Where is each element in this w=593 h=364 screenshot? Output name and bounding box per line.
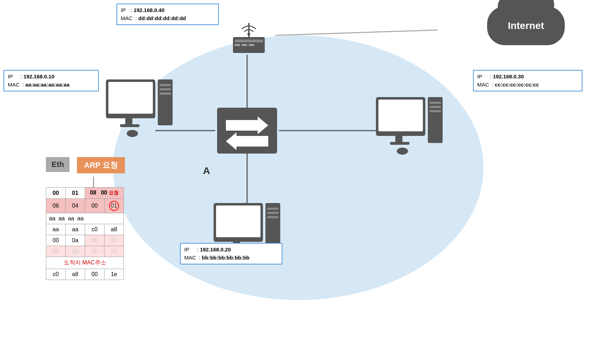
svg-rect-17 [108,82,153,114]
cb-ip-label: IP [184,246,189,252]
arp-row5-label: 도착지 MAC주소 [46,257,124,269]
router-ip-label: IP [121,7,126,13]
h01: 01 [66,187,85,199]
r3c1: aa [46,224,66,235]
r4c1: 00 [46,235,66,246]
cc-mac-label: MAC [477,82,489,88]
r4c3: 00 [85,235,104,246]
ca-ip-value: 192.168.0.10 [23,73,54,79]
svg-rect-9 [242,44,247,46]
arp-packet-table: 00 01 08 00 요청 06 04 00 01 aa aa aa aa a… [46,187,124,280]
r1c3: 00 [85,199,104,213]
cb-mac-value: bb:bb:bb:bb:bb:bb [202,255,250,261]
svg-rect-38 [265,203,280,249]
arp-row2: aa aa aa aa [46,213,124,224]
r1c2: 04 [66,199,85,213]
center-switch [215,106,279,157]
arp-table-header: 00 01 08 00 요청 [46,187,124,199]
svg-rect-39 [267,208,278,210]
router [226,21,272,58]
internet-cloud: Internet [487,6,565,45]
r6c3: 00 [85,269,104,280]
cb-mac-label: MAC [184,255,196,261]
network-oval [113,35,484,300]
r4c4: 00 [104,235,124,246]
r3c3: c0 [85,224,104,235]
svg-rect-35 [216,205,260,237]
svg-rect-22 [160,88,171,90]
cc-ip-value: 192.168.0.30 [493,73,524,79]
cloud-shape: Internet [487,6,565,45]
router-ip-value: 192.168.0.40 [133,7,164,13]
svg-rect-10 [249,44,254,46]
h00b: 00 [101,190,107,196]
computer-a-label: A [203,165,210,177]
ca-mac-label: MAC [8,82,19,88]
svg-rect-8 [235,44,240,46]
r5c2: 00 [66,246,85,257]
yocheong: 요청 [109,190,119,196]
svg-rect-7 [235,40,263,42]
circled-01: 01 [109,201,119,211]
ca-ip-label: IP [8,73,13,79]
r1c1: 06 [46,199,66,213]
svg-rect-40 [267,212,278,214]
router-mac-value: dd:dd:dd:dd:dd:dd [138,15,186,21]
arp-request-label: ARP 요청 [77,157,125,173]
computer-a: A [104,78,175,150]
svg-rect-26 [378,100,423,131]
r5c3: 00 [85,246,104,257]
h08: 08 [90,190,96,196]
info-box-computer-b: IP : 192.168.0.20 MAC : bb:bb:bb:bb:bb:b… [180,243,282,264]
arp-row3: aa aa c0 a8 [46,224,124,235]
h00: 00 [46,187,66,199]
r4c2: 0a [66,235,85,246]
svg-rect-20 [158,79,173,125]
svg-rect-31 [430,106,441,108]
arp-row5: 00 00 00 00 [46,246,124,257]
router-mac-colon: : [136,15,138,21]
r2-full: aa aa aa aa [46,213,124,224]
r6c1: c0 [46,269,66,280]
arp-row6: c0 a8 00 1e [46,269,124,280]
info-box-router: IP : 192.168.0.40 MAC : dd:dd:dd:dd:dd:d… [116,4,219,25]
svg-rect-28 [390,142,409,145]
info-box-computer-a: IP : 192.168.0.10 MAC : aa:aa:aa:aa:aa:a… [4,70,99,91]
cc-ip-label: IP [477,73,482,79]
svg-rect-21 [160,84,171,86]
eth-label: Eth [46,157,70,172]
r1c4: 01 [104,199,124,213]
computer-c [374,95,445,164]
r3c2: aa [66,224,85,235]
svg-rect-19 [120,124,139,127]
r3c4: a8 [104,224,124,235]
svg-line-4 [275,30,438,35]
svg-rect-30 [430,102,441,104]
ca-mac-value: aa:aa:aa:aa:aa:aa [25,82,70,88]
r5c1: 00 [46,246,66,257]
svg-rect-29 [428,97,443,143]
internet-label: Internet [508,20,544,31]
router-mac-label: MAC [121,15,132,21]
svg-rect-23 [160,93,171,95]
cc-mac-value: cc:cc:cc:cc:cc:cc [495,82,539,88]
r5c4: 00 [104,246,124,257]
svg-point-24 [127,130,138,137]
r6c4: 1e [104,269,124,280]
info-box-computer-c: IP : 192.168.0.30 MAC : cc:cc:cc:cc:cc:c… [473,70,582,91]
mac-dest-label: 도착지 MAC주소 [46,257,124,269]
cb-ip-value: 192.168.0.20 [200,246,231,252]
arp-row4: 00 0a 00 00 [46,235,124,246]
svg-point-12 [247,33,250,36]
svg-rect-32 [430,110,441,112]
arp-row1: 06 04 00 01 [46,199,124,213]
svg-rect-41 [267,216,278,218]
r6c2: a8 [66,269,85,280]
svg-point-33 [397,148,408,155]
